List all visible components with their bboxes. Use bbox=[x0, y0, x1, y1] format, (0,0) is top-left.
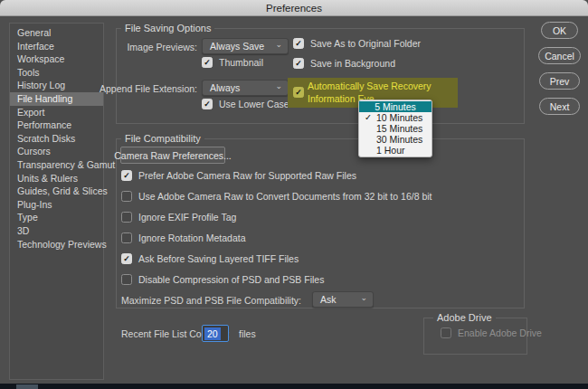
enable-adobe-drive-checkbox bbox=[441, 327, 451, 338]
ignore-exif-label: Ignore EXIF Profile Tag bbox=[138, 212, 236, 223]
maximize-compatibility-label: Maximize PSD and PSB File Compatibility: bbox=[121, 295, 301, 306]
use-lower-case-checkbox: ✓ bbox=[202, 99, 213, 109]
sidebar-item-performance[interactable]: Performance bbox=[10, 119, 103, 132]
disable-compression-checkbox bbox=[121, 274, 132, 285]
ignore-rotation-label: Ignore Rotation Metadata bbox=[138, 232, 246, 243]
image-previews-value: Always Save bbox=[210, 41, 264, 52]
ask-before-saving-tiff-checkbox: ✓ bbox=[121, 253, 132, 264]
camera-raw-preferences-button[interactable]: Camera Raw Preferences... bbox=[120, 147, 225, 164]
save-in-background-label: Save in Background bbox=[310, 58, 395, 69]
use-lower-case-label: Use Lower Case bbox=[219, 99, 289, 109]
append-file-extension-value: Always bbox=[210, 82, 240, 93]
enable-adobe-drive-checkbox-row: Enable Adobe Drive bbox=[441, 327, 542, 338]
check-icon: ✓ bbox=[123, 171, 130, 180]
check-icon: ✓ bbox=[295, 59, 302, 68]
ignore-rotation-checkbox-row[interactable]: Ignore Rotation Metadata bbox=[121, 232, 246, 243]
ignore-rotation-checkbox bbox=[121, 232, 132, 243]
use-camera-raw-convert-label: Use Adobe Camera Raw to Convert Document… bbox=[138, 191, 432, 202]
disable-compression-checkbox-row[interactable]: Disable Compression of PSD and PSB Files bbox=[121, 274, 324, 285]
file-compatibility-title: File Compatibility bbox=[121, 133, 204, 144]
auto-save-recovery-checkbox[interactable]: ✓ bbox=[293, 87, 304, 98]
sidebar-item-cursors[interactable]: Cursors bbox=[10, 145, 103, 158]
desktop-background-strip bbox=[0, 384, 588, 389]
sidebar-item-workspace[interactable]: Workspace bbox=[10, 52, 103, 66]
recent-file-list-input[interactable]: 20 bbox=[202, 325, 229, 342]
recovery-interval-menu: 5 Minutes ✓ 10 Minutes 15 Minutes 30 Min… bbox=[358, 100, 432, 157]
sidebar-item-plug-ins[interactable]: Plug-Ins bbox=[10, 198, 103, 212]
file-saving-options-title: File Saving Options bbox=[121, 23, 214, 33]
sidebar-item-units-rulers[interactable]: Units & Rulers bbox=[10, 172, 103, 185]
sidebar-item-file-handling[interactable]: File Handling bbox=[10, 92, 103, 106]
prev-button[interactable]: Prev bbox=[539, 72, 580, 90]
ok-button[interactable]: OK bbox=[541, 22, 578, 39]
menu-item-15-minutes[interactable]: 15 Minutes bbox=[359, 123, 432, 134]
enable-adobe-drive-label: Enable Adobe Drive bbox=[458, 327, 542, 338]
auto-save-recovery-label-line1: Automatically Save Recovery bbox=[308, 80, 432, 92]
check-icon: ✓ bbox=[204, 100, 211, 109]
window-title: Preferences bbox=[0, 0, 588, 16]
chevron-down-icon: ⌄ bbox=[360, 295, 367, 300]
ignore-exif-checkbox-row[interactable]: Ignore EXIF Profile Tag bbox=[121, 212, 236, 223]
thumbnail-checkbox: ✓ bbox=[202, 57, 213, 68]
sidebar-item-technology-previews[interactable]: Technology Previews bbox=[10, 238, 103, 251]
sidebar-item-3d[interactable]: 3D bbox=[10, 224, 103, 238]
sidebar-item-export[interactable]: Export bbox=[10, 106, 103, 119]
save-as-original-folder-checkbox: ✓ bbox=[293, 38, 304, 49]
adobe-drive-title: Adobe Drive bbox=[433, 312, 496, 323]
prefer-camera-raw-checkbox-row[interactable]: ✓ Prefer Adobe Camera Raw for Supported … bbox=[121, 170, 356, 181]
files-suffix-label: files bbox=[239, 328, 256, 339]
prefer-camera-raw-label: Prefer Adobe Camera Raw for Supported Ra… bbox=[138, 170, 356, 181]
save-as-original-folder-label: Save As to Original Folder bbox=[310, 38, 421, 49]
cancel-button[interactable]: Cancel bbox=[538, 47, 581, 64]
recent-file-list-value: 20 bbox=[204, 327, 221, 340]
prefer-camera-raw-checkbox: ✓ bbox=[121, 170, 132, 181]
check-icon: ✓ bbox=[295, 39, 302, 48]
chevron-down-icon: ⌄ bbox=[275, 42, 282, 47]
check-icon: ✓ bbox=[365, 112, 372, 123]
append-file-extension-dropdown[interactable]: Always ⌄ bbox=[202, 80, 289, 96]
menu-item-10-minutes[interactable]: ✓ 10 Minutes bbox=[359, 112, 432, 123]
maximize-compatibility-value: Ask bbox=[320, 294, 337, 305]
menu-item-1-hour[interactable]: 1 Hour bbox=[359, 145, 432, 156]
ask-before-saving-tiff-checkbox-row[interactable]: ✓ Ask Before Saving Layered TIFF Files bbox=[121, 253, 299, 264]
desktop-background-patch bbox=[16, 384, 38, 389]
save-as-original-folder-checkbox-row[interactable]: ✓ Save As to Original Folder bbox=[293, 38, 421, 49]
sidebar-item-general[interactable]: General bbox=[10, 26, 103, 40]
ask-before-saving-tiff-label: Ask Before Saving Layered TIFF Files bbox=[138, 253, 299, 264]
use-camera-raw-convert-checkbox-row[interactable]: Use Adobe Camera Raw to Convert Document… bbox=[121, 191, 432, 202]
save-in-background-checkbox: ✓ bbox=[293, 58, 304, 69]
check-icon: ✓ bbox=[295, 88, 302, 97]
image-previews-label: Image Previews: bbox=[100, 42, 197, 52]
check-icon: ✓ bbox=[123, 254, 130, 263]
next-button[interactable]: Next bbox=[539, 98, 580, 115]
sidebar-item-guides-grid-slices[interactable]: Guides, Grid & Slices bbox=[10, 185, 103, 198]
preferences-category-list: General Interface Workspace Tools Histor… bbox=[9, 23, 104, 380]
append-file-extension-label: Append File Extension: bbox=[96, 83, 197, 94]
sidebar-item-scratch-disks[interactable]: Scratch Disks bbox=[10, 132, 103, 146]
chevron-down-icon: ⌄ bbox=[275, 83, 282, 89]
ignore-exif-checkbox bbox=[121, 212, 132, 223]
maximize-compatibility-dropdown[interactable]: Ask ⌄ bbox=[312, 291, 374, 308]
sidebar-item-tools[interactable]: Tools bbox=[10, 66, 103, 80]
sidebar-item-history-log[interactable]: History Log bbox=[10, 79, 103, 92]
menu-item-5-minutes[interactable]: 5 Minutes bbox=[359, 101, 432, 112]
preferences-dialog: Preferences General Interface Workspace … bbox=[0, 0, 588, 389]
thumbnail-label: Thumbnail bbox=[219, 57, 263, 68]
disable-compression-label: Disable Compression of PSD and PSB Files bbox=[138, 274, 324, 285]
use-lower-case-checkbox-row[interactable]: ✓ Use Lower Case bbox=[202, 99, 289, 109]
save-in-background-checkbox-row[interactable]: ✓ Save in Background bbox=[293, 58, 395, 69]
sidebar-item-type[interactable]: Type bbox=[10, 211, 103, 224]
use-camera-raw-convert-checkbox bbox=[121, 191, 132, 202]
menu-item-30-minutes[interactable]: 30 Minutes bbox=[359, 134, 432, 145]
sidebar-item-transparency-gamut[interactable]: Transparency & Gamut bbox=[10, 158, 103, 172]
sidebar-item-interface[interactable]: Interface bbox=[10, 40, 103, 53]
check-icon: ✓ bbox=[204, 58, 211, 67]
image-previews-dropdown[interactable]: Always Save ⌄ bbox=[202, 38, 289, 54]
thumbnail-checkbox-row[interactable]: ✓ Thumbnail bbox=[202, 57, 263, 68]
